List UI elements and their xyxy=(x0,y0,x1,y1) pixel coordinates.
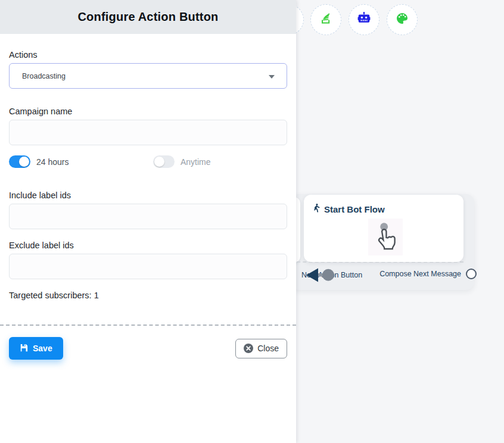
node-footer: New Action Button Compose Next Message xyxy=(296,267,480,285)
actions-select[interactable]: Broadcasting xyxy=(9,63,287,89)
actions-label: Actions xyxy=(9,50,287,60)
exclude-label-ids-label: Exclude label ids xyxy=(9,241,287,250)
stack-icon xyxy=(319,11,333,28)
toolbar-button-partial[interactable] xyxy=(296,4,304,35)
toggle-24-hours-label: 24 hours xyxy=(36,157,69,167)
save-icon xyxy=(20,344,28,354)
campaign-name-label: Campaign name xyxy=(9,107,287,116)
close-button-label: Close xyxy=(257,344,279,353)
exclude-label-ids-input[interactable] xyxy=(9,254,287,279)
cursor-overlay xyxy=(368,219,403,255)
toggle-24-hours[interactable] xyxy=(9,155,30,168)
palette-icon xyxy=(395,11,409,28)
toolbar-button-robot[interactable] xyxy=(349,4,379,35)
screen: Start Bot Flow New Action Button xyxy=(0,0,504,443)
panel-header: Configure Action Button xyxy=(0,0,296,34)
toggle-knob xyxy=(19,157,29,167)
close-icon xyxy=(244,344,253,353)
campaign-name-input[interactable] xyxy=(9,120,287,145)
toolbar-button-stack[interactable] xyxy=(310,4,341,35)
flow-canvas[interactable]: Start Bot Flow New Action Button xyxy=(296,0,504,443)
toggle-anytime[interactable] xyxy=(153,155,175,168)
save-button[interactable]: Save xyxy=(9,337,63,360)
walking-person-icon xyxy=(312,203,321,216)
include-label-ids-label: Include label ids xyxy=(9,191,287,200)
robot-icon xyxy=(356,11,372,28)
actions-select-value: Broadcasting xyxy=(22,72,66,80)
targeted-subscribers-text: Targeted subscribers: 1 xyxy=(9,291,287,300)
node-title: Start Bot Flow xyxy=(324,204,385,214)
compose-next-message-label: Compose Next Message xyxy=(379,270,461,278)
toolbar-button-palette[interactable] xyxy=(387,4,418,35)
chevron-down-icon xyxy=(269,75,275,79)
include-label-ids-input[interactable] xyxy=(9,204,287,229)
save-button-label: Save xyxy=(33,344,52,353)
close-button[interactable]: Close xyxy=(235,339,287,358)
hand-pointer-icon xyxy=(374,221,397,253)
connector-drag-icon[interactable] xyxy=(305,267,335,286)
partial-node-card[interactable] xyxy=(296,197,300,263)
panel-title: Configure Action Button xyxy=(77,10,218,24)
start-bot-flow-card[interactable]: Start Bot Flow xyxy=(304,195,463,262)
divider xyxy=(0,325,296,326)
toggle-anytime-label: Anytime xyxy=(181,157,211,167)
compose-next-message[interactable]: Compose Next Message xyxy=(379,269,477,279)
configure-panel: Configure Action Button Actions Broadcas… xyxy=(0,0,296,443)
toggle-knob xyxy=(154,157,164,167)
output-connector[interactable] xyxy=(466,269,477,279)
